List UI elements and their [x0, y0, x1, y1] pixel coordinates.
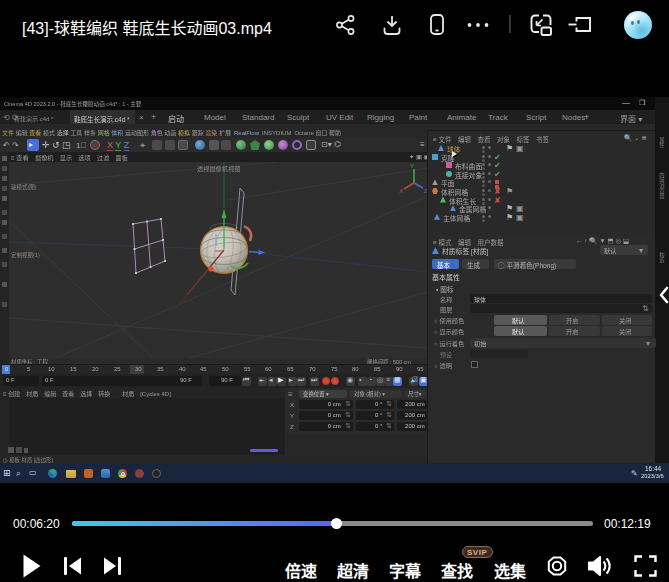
svg-text:Y: Y [410, 163, 414, 169]
svg-text:X: X [399, 188, 403, 194]
